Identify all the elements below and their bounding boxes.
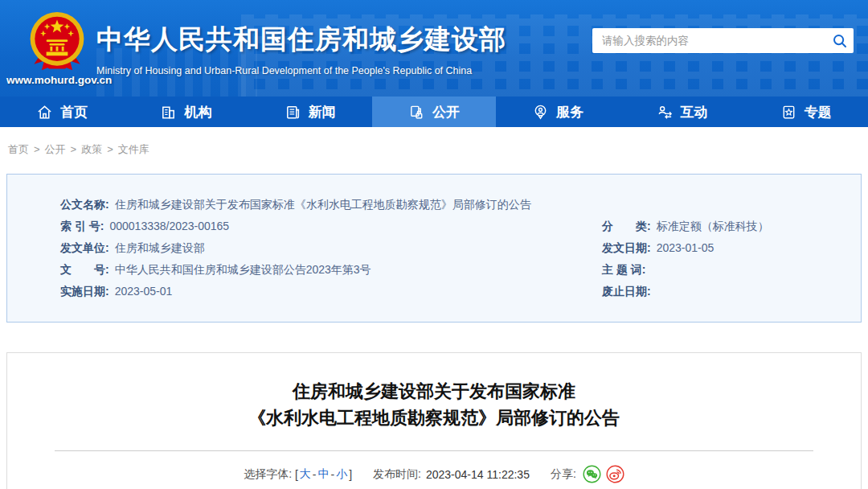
document-metadata-panel: 公文名称:住房和城乡建设部关于发布国家标准《水利水电工程地质勘察规范》局部修订的…: [6, 174, 862, 323]
index-number-label: 索 引 号:: [60, 220, 104, 232]
tab-label: 机构: [184, 103, 211, 121]
article-title-line1: 住房和城乡建设部关于发布国家标准: [7, 378, 861, 405]
share-group: 分享:: [551, 465, 624, 483]
category-label: 分 类:: [602, 220, 651, 232]
tab-services[interactable]: 服务: [496, 97, 620, 127]
doc-number-label: 文 号:: [60, 263, 109, 276]
tab-label: 首页: [60, 103, 88, 121]
search-input[interactable]: [592, 35, 826, 47]
article-title: 住房和城乡建设部关于发布国家标准 《水利水电工程地质勘察规范》局部修订的公告: [7, 378, 861, 431]
tab-topics[interactable]: 专题: [744, 97, 868, 127]
meta-row: 索 引 号:000013338/2023-00165 分 类:标准定额（标准科技…: [60, 216, 861, 237]
article-meta-bar: 选择字体: [大-中-小] 发布时间: 2023-04-14 11:22:35 …: [7, 465, 861, 483]
meta-row-name: 公文名称:住房和城乡建设部关于发布国家标准《水利水电工程地质勘察规范》局部修订的…: [60, 194, 861, 216]
breadcrumb-separator: >: [34, 143, 40, 155]
dash: -: [313, 468, 317, 481]
site-title-chinese: 中华人民共和国住房和城乡建设部: [96, 22, 506, 58]
breadcrumb: 首页>公开>政策>文件库: [0, 127, 868, 157]
star-badge-icon: [780, 104, 797, 121]
bracket-open: [: [295, 468, 298, 481]
tab-label: 互动: [681, 103, 708, 121]
site-title-english: Ministry of Housing and Urban-Rural Deve…: [96, 65, 506, 76]
issue-date-label: 发文日期:: [602, 241, 651, 254]
doc-name-value: 住房和城乡建设部关于发布国家标准《水利水电工程地质勘察规范》局部修订的公告: [115, 198, 531, 211]
tab-disclosure[interactable]: 公开: [372, 97, 496, 127]
dash: -: [331, 468, 335, 481]
repeal-date-label: 废止日期:: [602, 285, 651, 298]
publish-time: 发布时间: 2023-04-14 11:22:35: [373, 467, 530, 482]
newspaper-icon: [285, 104, 301, 121]
main-nav: 首页 机构 新闻 公开: [0, 97, 868, 127]
font-selector-label: 选择字体:: [244, 467, 292, 482]
breadcrumb-disclosure[interactable]: 公开: [45, 143, 66, 155]
tab-organization[interactable]: 机构: [124, 97, 248, 127]
meta-row: 实施日期:2023-05-01 废止日期:: [60, 281, 861, 302]
meta-row: 文 号:中华人民共和国住房和城乡建设部公告2023年第3号 主 题 词:: [60, 259, 861, 281]
breadcrumb-separator: >: [107, 143, 113, 155]
bracket-close: ]: [349, 468, 352, 481]
doc-number-value: 中华人民共和国住房和城乡建设部公告2023年第3号: [115, 263, 371, 276]
publish-time-label: 发布时间:: [373, 467, 421, 482]
issuing-unit-value: 住房和城乡建设部: [115, 241, 205, 254]
category-value: 标准定额（标准科技）: [657, 220, 769, 232]
issue-date-value: 2023-01-05: [657, 241, 714, 254]
search-box: [592, 28, 854, 53]
document-lock-icon: [408, 104, 425, 121]
tab-home[interactable]: 首页: [0, 97, 124, 127]
issuing-unit-label: 发文单位:: [60, 241, 109, 254]
divider: [55, 450, 813, 451]
site-branding: 中华人民共和国住房和城乡建设部 Ministry of Housing and …: [96, 22, 506, 76]
breadcrumb-policy[interactable]: 政策: [81, 143, 102, 155]
site-header: www.mohurd.gov.cn 中华人民共和国住房和城乡建设部 Minist…: [0, 0, 868, 97]
tab-label: 新闻: [309, 103, 336, 121]
tab-interaction[interactable]: 互动: [620, 97, 743, 127]
search-icon[interactable]: [826, 28, 854, 53]
article-title-line2: 《水利水电工程地质勘察规范》局部修订的公告: [7, 405, 861, 431]
article-panel: 住房和城乡建设部关于发布国家标准 《水利水电工程地质勘察规范》局部修订的公告 选…: [6, 352, 862, 489]
font-size-small[interactable]: 小: [336, 467, 347, 482]
doc-name-label: 公文名称:: [60, 198, 109, 211]
wechat-share-icon[interactable]: [583, 465, 601, 483]
meta-row: 发文单位:住房和城乡建设部 发文日期:2023-01-05: [60, 237, 861, 259]
index-number-value: 000013338/2023-00165: [109, 220, 229, 232]
tab-news[interactable]: 新闻: [248, 97, 372, 127]
font-size-large[interactable]: 大: [300, 467, 311, 482]
building-icon: [160, 104, 177, 121]
breadcrumb-library[interactable]: 文件库: [118, 143, 149, 155]
tab-label: 公开: [432, 103, 460, 121]
tab-label: 专题: [805, 103, 832, 121]
font-size-medium[interactable]: 中: [318, 467, 330, 482]
tab-label: 服务: [556, 103, 583, 121]
effective-date-label: 实施日期:: [60, 285, 109, 298]
breadcrumb-home[interactable]: 首页: [8, 143, 29, 155]
share-label: 分享:: [551, 467, 576, 482]
subject-words-label: 主 题 词:: [602, 263, 645, 276]
service-person-icon: [532, 104, 549, 121]
person-arrows-icon: [657, 104, 674, 121]
weibo-share-icon[interactable]: [606, 465, 624, 483]
effective-date-value: 2023-05-01: [115, 285, 173, 298]
home-icon: [36, 104, 53, 121]
breadcrumb-separator: >: [71, 143, 77, 155]
national-emblem: [26, 10, 88, 76]
publish-time-value: 2023-04-14 11:22:35: [426, 468, 530, 481]
font-size-selector: 选择字体: [大-中-小]: [244, 467, 352, 482]
